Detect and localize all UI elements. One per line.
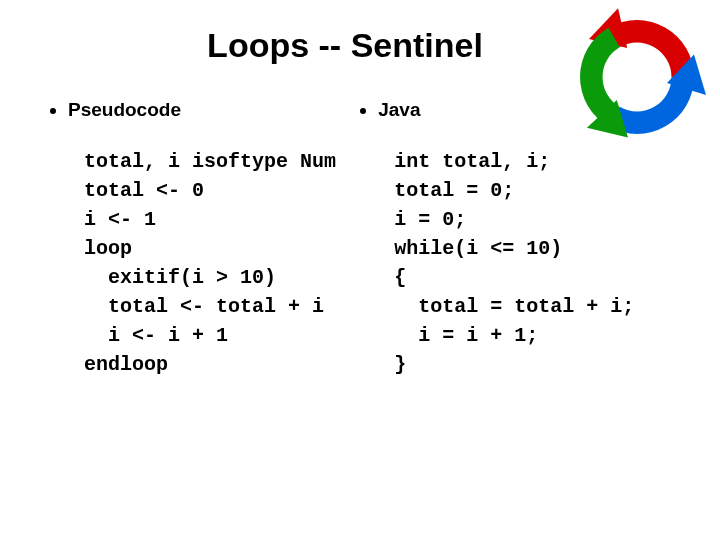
pseudocode-block: total, i isoftype Num total <- 0 i <- 1 … — [30, 147, 340, 379]
left-column: Pseudocode total, i isoftype Num total <… — [30, 99, 340, 379]
left-heading-list: Pseudocode — [30, 99, 340, 121]
java-code-block: int total, i; total = 0; i = 0; while(i … — [340, 147, 690, 379]
cycle-arrows-icon — [562, 2, 712, 152]
slide: Loops -- Sentinel Pseudocode total, i is… — [0, 0, 720, 540]
left-heading: Pseudocode — [68, 99, 340, 121]
